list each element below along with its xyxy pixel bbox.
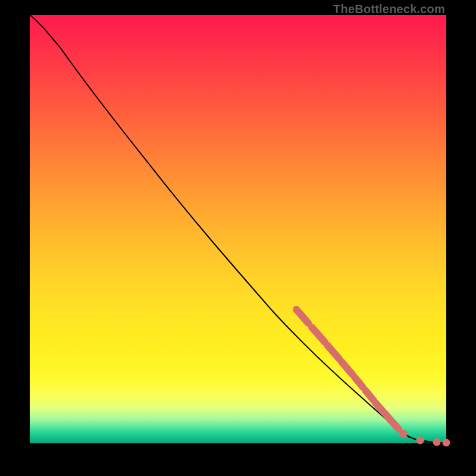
svg-point-11 <box>416 437 424 444</box>
svg-line-8 <box>393 423 399 429</box>
svg-point-13 <box>433 439 441 446</box>
svg-line-4 <box>355 377 363 387</box>
svg-point-9 <box>400 430 408 438</box>
svg-line-5 <box>365 390 374 400</box>
svg-line-10 <box>408 437 415 439</box>
plot-area <box>30 15 446 443</box>
svg-line-1 <box>312 327 325 342</box>
highlight-dashes <box>296 309 399 429</box>
chart-container: TheBottleneck.com <box>0 0 476 476</box>
svg-line-2 <box>327 345 339 359</box>
tail-segment <box>400 430 450 447</box>
curve-svg <box>30 15 446 443</box>
svg-point-14 <box>443 439 450 447</box>
svg-line-3 <box>342 362 352 374</box>
bottleneck-curve <box>30 15 446 443</box>
watermark-text: TheBottleneck.com <box>333 2 445 16</box>
svg-line-7 <box>385 414 392 421</box>
svg-line-0 <box>296 309 308 323</box>
